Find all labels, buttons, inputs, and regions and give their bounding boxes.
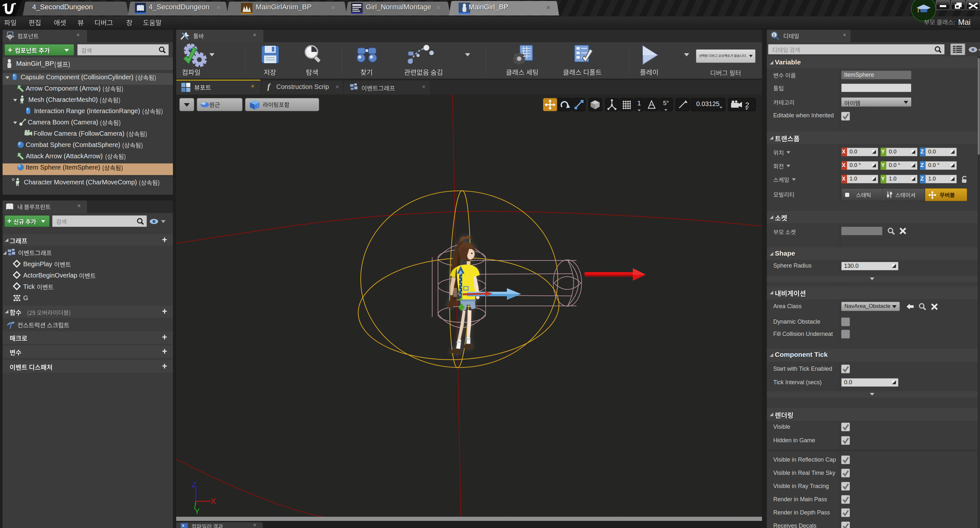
svg-text:i: i bbox=[773, 33, 775, 38]
svg-text:2: 2 bbox=[745, 101, 749, 109]
svg-text:X: X bbox=[211, 497, 216, 506]
svg-text:Y: Y bbox=[194, 507, 200, 514]
svg-text:f: f bbox=[10, 322, 13, 329]
svg-text:Z: Z bbox=[192, 482, 197, 489]
